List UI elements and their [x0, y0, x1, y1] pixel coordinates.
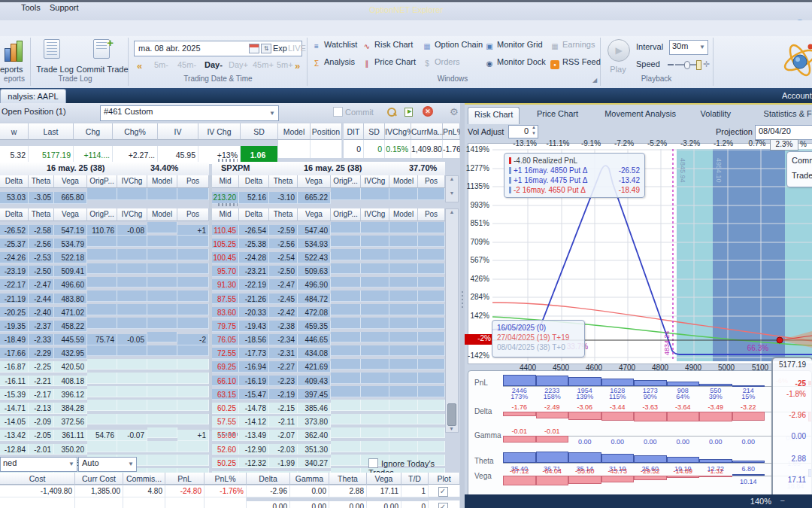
combined-dropdown[interactable]: ned ▼: [0, 457, 77, 472]
windows-button-watchlist[interactable]: ≡Watchlist: [312, 40, 357, 51]
spinner-up-icon[interactable]: ▲: [532, 125, 536, 129]
footer-row[interactable]: -1,409.801,385.004.80-24.80-1.76%-2.960.…: [0, 485, 460, 497]
menu-support[interactable]: Support: [50, 3, 79, 12]
commit-trade-icon[interactable]: +: [93, 39, 110, 59]
chain-row[interactable]: 60.25-14.78-2.15385.46: [212, 400, 445, 413]
trade-log-icon[interactable]: [44, 39, 60, 59]
windows-button-price-chart[interactable]: ∥Price Chart: [362, 57, 416, 68]
chain-row[interactable]: 57.55-14.12-2.11373.80: [212, 414, 445, 427]
zoom-out-icon[interactable]: −: [780, 496, 785, 505]
chain-scrollbar[interactable]: ▲ ▼: [445, 208, 459, 433]
chain-row[interactable]: -17.66-2.29432.95: [0, 345, 209, 359]
windows-button-risk-chart[interactable]: ∿Risk Chart: [362, 40, 413, 51]
tab-risk-chart[interactable]: Risk Chart: [468, 107, 520, 124]
time-stepper-icon[interactable]: ⇅: [261, 44, 271, 53]
chain-row[interactable]: 87.55-21.26-2.45484.72: [212, 291, 445, 304]
menu-tools[interactable]: Tools: [21, 3, 41, 12]
chain-row[interactable]: 76.05-18.56-2.34446.65: [212, 332, 445, 345]
summary-value-row[interactable]: 000.15%1,409.80-1.76%: [344, 140, 460, 158]
vol-adjust-spinner[interactable]: 0 ▲ ▼: [508, 125, 538, 138]
chain-row[interactable]: -19.35-2.37458.22: [0, 318, 209, 331]
chain-row[interactable]: 213.2052.16-3.10665.22: [212, 188, 445, 204]
nav-day-minus[interactable]: Day-: [205, 60, 223, 69]
plot-checkbox[interactable]: ✓: [429, 500, 460, 508]
commit-box-line2[interactable]: Trade C: [787, 165, 812, 180]
play-button-label[interactable]: Play: [607, 65, 629, 74]
speed-slider-end[interactable]: [696, 60, 701, 70]
nav-45m-minus[interactable]: 45m-: [177, 60, 196, 69]
commit-box-line1[interactable]: Comm: [787, 152, 812, 165]
spinner-down-icon[interactable]: ▼: [532, 131, 536, 135]
windows-group-expand-icon[interactable]: ◢: [592, 77, 597, 84]
nav-day-plus[interactable]: Day+: [229, 60, 248, 69]
reports-button[interactable]: eports: [0, 65, 29, 74]
speed-minus-icon[interactable]: [668, 64, 674, 65]
panel-splitter[interactable]: [460, 103, 465, 508]
projection-date-input[interactable]: 08/04/20: [755, 125, 812, 140]
footer-row[interactable]: 0.000.000.000.000✓: [0, 497, 460, 508]
chain-mini-row-right[interactable]: 213.2052.16-3.10665.22: [212, 188, 445, 204]
chain-row[interactable]: -20.25-2.40471.02: [0, 304, 209, 318]
chain-row[interactable]: -12.84-2.01350.20: [0, 441, 209, 455]
chain-row[interactable]: -26.52-2.58547.19110.76-0.08+1: [0, 222, 209, 236]
splitter-handle[interactable]: [218, 203, 238, 206]
commit-floating-box[interactable]: Comm Trade C: [786, 151, 812, 187]
export-grid-icon[interactable]: ▸: [404, 106, 414, 116]
position-legend[interactable]: -4.80 Realized PnL+1 16may. 4850 Put Δ-2…: [504, 153, 645, 198]
chain-row[interactable]: -13.42-2.05361.1154.76-0.07+1: [0, 427, 209, 441]
windows-button-earnings[interactable]: ▦Earnings: [550, 40, 595, 51]
chain-row[interactable]: 100.45-24.28-2.54522.43: [212, 249, 445, 263]
nav-5m-plus[interactable]: 5m+: [277, 60, 293, 69]
auto-dropdown[interactable]: Auto ▼: [78, 457, 137, 472]
close-icon[interactable]: ✕: [423, 106, 433, 117]
gear-icon[interactable]: ⚙: [450, 106, 459, 117]
chain-row[interactable]: 69.25-16.94-2.27421.69: [212, 359, 445, 373]
commit-trade-button[interactable]: Commit Trade: [72, 65, 132, 74]
tab-volatility[interactable]: Volatility: [695, 107, 737, 123]
position-selector-dropdown[interactable]: #461 Custom ▼: [100, 105, 279, 121]
chain-row[interactable]: -24.26-2.53522.18: [0, 249, 209, 263]
chain-row[interactable]: -14.71-2.13384.28: [0, 400, 209, 413]
chain-row[interactable]: 83.60-20.33-2.42472.08: [212, 304, 445, 318]
windows-button-rss-feed[interactable]: ●RSS Feed: [550, 57, 601, 69]
nav-5m-minus[interactable]: 5m-: [154, 60, 168, 69]
windows-button-orders[interactable]: $Orders: [423, 57, 460, 68]
calendar-icon[interactable]: [249, 44, 259, 53]
summary-value-row[interactable]: 5.325177.19+114....+2.27...45.95+13%1.06: [0, 140, 342, 164]
search-icon[interactable]: [386, 107, 396, 117]
nav-forward-icon[interactable]: »: [295, 60, 300, 71]
chain-row[interactable]: 72.55-17.73-2.31434.08: [212, 345, 445, 359]
chain-row[interactable]: -16.87-2.25420.50: [0, 359, 209, 373]
trading-date-input[interactable]: ma. 08 abr. 2025 ⇅ Exp LIVE: [134, 41, 302, 56]
expiry-header-right[interactable]: SPXPM 16 may. 25 (38) 37.70%: [212, 162, 445, 176]
trade-log-button[interactable]: Trade Log: [33, 65, 77, 74]
scrollbar-thumb[interactable]: [447, 403, 456, 426]
tab-price-chart[interactable]: Price Chart: [531, 107, 584, 123]
chain-row[interactable]: -22.17-2.47496.60: [0, 277, 209, 291]
chain-row[interactable]: -15.39-2.17396.12: [0, 386, 209, 400]
mini-scrollbar[interactable]: ▲▼: [445, 175, 459, 202]
chain-row[interactable]: 66.10-16.19-2.23409.43: [212, 373, 445, 386]
windows-button-analysis[interactable]: ΣAnalysis: [312, 57, 355, 68]
interval-dropdown[interactable]: 30m ▼: [669, 40, 708, 55]
date-legend[interactable]: 16/05/2025 (0)27/04/2025 (19) T+1908/04/…: [492, 320, 585, 357]
expiry-header-left[interactable]: 16 may. 25 (38) 34.40%: [0, 162, 209, 176]
chain-row[interactable]: 110.45-26.54-2.59547.40: [212, 222, 445, 236]
chain-row[interactable]: 79.75-19.43-2.38459.35: [212, 318, 445, 331]
exp-label[interactable]: Exp: [273, 44, 287, 53]
tab-movement-analysis[interactable]: Movement Analysis: [598, 107, 682, 123]
splitter-handle[interactable]: [218, 433, 238, 436]
windows-button-option-chain[interactable]: ▦Option Chain: [423, 40, 483, 51]
chain-row[interactable]: 95.70-23.21-2.50509.63: [212, 263, 445, 277]
chain-row[interactable]: -25.37-2.56534.79: [0, 236, 209, 249]
chain-row[interactable]: 105.25-25.38-2.56534.93: [212, 236, 445, 249]
commit-button[interactable]: Commit: [333, 107, 374, 117]
speed-plus-icon[interactable]: ✛: [703, 59, 710, 69]
tab-statistics-fundamentals[interactable]: Statistics & Fundamentals: [758, 107, 812, 123]
nav-back-icon[interactable]: «: [137, 60, 142, 71]
chain-row[interactable]: 52.60-12.90-2.03351.30: [212, 441, 445, 455]
chain-mini-row-left[interactable]: 53.03-3.05665.80: [0, 188, 209, 204]
windows-button-monitor-grid[interactable]: ▣Monitor Grid: [485, 40, 543, 51]
chain-row[interactable]: -18.49-2.33445.5975.74-0.05-2: [0, 332, 209, 345]
chain-row[interactable]: 53.03-3.05665.80: [0, 188, 209, 204]
